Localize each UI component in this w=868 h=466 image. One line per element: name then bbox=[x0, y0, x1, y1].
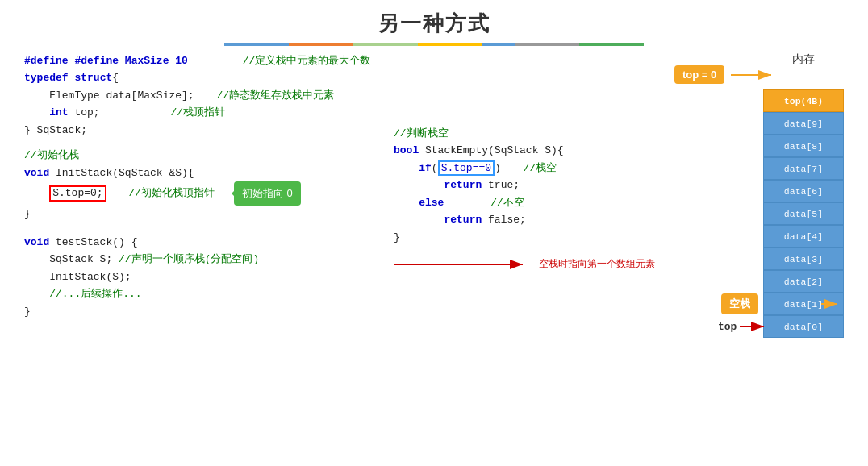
code-line-2: typedef struct{ bbox=[24, 69, 378, 86]
arrow-label-area: 空栈时指向第一个数组元素 bbox=[394, 252, 747, 277]
top-zero-arrow bbox=[731, 67, 779, 83]
stop-equals-zero-highlight: S.top=0; bbox=[49, 185, 106, 202]
right-line-3: return true; bbox=[394, 177, 747, 193]
stop-equals-zero-highlight-blue: S.top==0 bbox=[438, 160, 495, 177]
mem-block-top: top(4B) bbox=[763, 89, 844, 112]
init-callout: 初始指向 0 bbox=[234, 181, 301, 205]
right-comment-3: //不空 bbox=[490, 197, 524, 209]
top-equals-zero-area: top = 0 bbox=[674, 65, 779, 84]
color-bar bbox=[0, 43, 868, 46]
int-keyword: int bbox=[49, 106, 74, 119]
code-line-6: //初始化栈 bbox=[24, 147, 378, 164]
code-line-11: SqStack S; //声明一个顺序栈(分配空间) bbox=[24, 251, 378, 268]
right-comment-2: //栈空 bbox=[524, 162, 557, 174]
top-equals-zero-label: top = 0 bbox=[674, 65, 724, 84]
bar-seg-5 bbox=[482, 43, 515, 46]
code-line-12: InitStack(S); bbox=[24, 268, 378, 285]
top-arrow-svg bbox=[740, 320, 772, 333]
mem-block-0: data[0] bbox=[763, 315, 844, 338]
left-code-panel: #define #define MaxSize 10 //定义栈中元素的最大个数… bbox=[24, 52, 378, 338]
arrow-text: 空栈时指向第一个数组元素 bbox=[539, 256, 655, 273]
memory-blocks: top(4B) data[9] data[8] data[7] data[6] … bbox=[763, 89, 844, 338]
code-line-4: int top; //栈顶指针 bbox=[24, 104, 378, 121]
bar-seg-2 bbox=[289, 43, 353, 46]
main-content: #define #define MaxSize 10 //定义栈中元素的最大个数… bbox=[0, 52, 868, 338]
mem-block-8: data[8] bbox=[763, 135, 844, 157]
init-comment: //初始化栈 bbox=[24, 149, 79, 161]
code-line-9: } bbox=[24, 206, 378, 223]
data-field: ElemType data[MaxSize]; bbox=[24, 89, 194, 102]
struct-keyword: struct bbox=[74, 72, 112, 84]
code-line-10: void testStack() { bbox=[24, 234, 378, 251]
mem-block-9: data[9] bbox=[763, 112, 844, 135]
right-comment-1: //判断栈空 bbox=[394, 125, 747, 142]
mem-block-4: data[4] bbox=[763, 225, 844, 248]
mem-block-1-row: data[1] 空栈 bbox=[763, 293, 844, 315]
code-line-3: ElemType data[MaxSize]; //静态数组存放栈中元素 bbox=[24, 87, 378, 104]
bar-seg-1 bbox=[224, 43, 289, 46]
memory-panel: 内存 top = 0 top(4B) data[9] data[8] data[… bbox=[763, 52, 844, 338]
mem-block-5: data[5] bbox=[763, 202, 844, 225]
test-section: void testStack() { SqStack S; //声明一个顺序栈(… bbox=[24, 234, 378, 320]
comment-4: //栈顶指针 bbox=[170, 106, 225, 119]
mem-block-2: data[2] bbox=[763, 270, 844, 293]
top-label: top bbox=[718, 321, 737, 333]
bar-seg-4 bbox=[418, 43, 482, 46]
empty-stack-callout: 空栈 bbox=[721, 293, 758, 314]
code-line-14: } bbox=[24, 303, 378, 320]
comment-8: //初始化栈顶指针 bbox=[128, 187, 215, 199]
right-line-4: else //不空 bbox=[394, 194, 747, 211]
code-line-7: void InitStack(SqStack &S){ bbox=[24, 164, 378, 181]
page-title: 另一种方式 bbox=[0, 10, 868, 38]
right-line-6: } bbox=[394, 229, 747, 246]
code-line-1: #define #define MaxSize 10 //定义栈中元素的最大个数 bbox=[24, 52, 378, 69]
mem-block-3: data[3] bbox=[763, 248, 844, 270]
empty-stack-arrow bbox=[821, 296, 845, 312]
mem-block-0-row: data[0] top bbox=[763, 315, 844, 338]
right-code-content: //判断栈空 bool StackEmpty(SqStack S){ if(S.… bbox=[394, 125, 747, 277]
bar-seg-3 bbox=[353, 43, 418, 46]
arrow-svg bbox=[394, 252, 539, 277]
title-area: 另一种方式 bbox=[0, 0, 868, 46]
init-section: //初始化栈 void InitStack(SqStack &S){ S.top… bbox=[24, 147, 378, 223]
struct-definition: #define #define MaxSize 10 //定义栈中元素的最大个数… bbox=[24, 52, 378, 139]
top-pointer-area: top bbox=[718, 320, 772, 333]
right-line-5: return false; bbox=[394, 211, 747, 228]
comment-1: //定义栈中元素的最大个数 bbox=[243, 55, 371, 67]
right-code-panel: //判断栈空 bool StackEmpty(SqStack S){ if(S.… bbox=[394, 52, 747, 338]
right-line-2: if(S.top==0) //栈空 bbox=[394, 160, 747, 177]
typedef-keyword: typedef bbox=[24, 72, 74, 84]
bar-seg-7 bbox=[579, 43, 644, 46]
code-line-8: S.top=0; //初始化栈顶指针 初始指向 0 bbox=[24, 181, 378, 205]
comment-3: //静态数组存放栈中元素 bbox=[216, 89, 334, 102]
mem-block-7: data[7] bbox=[763, 157, 844, 180]
right-line-1: bool StackEmpty(SqStack S){ bbox=[394, 142, 747, 159]
code-line-5: } SqStack; bbox=[24, 122, 378, 139]
define-line: #define MaxSize 10 bbox=[74, 55, 187, 67]
mem-block-6: data[6] bbox=[763, 180, 844, 202]
define-keyword: #define bbox=[24, 55, 74, 67]
bar-seg-6 bbox=[515, 43, 579, 46]
code-line-13: //...后续操作... bbox=[24, 285, 378, 302]
